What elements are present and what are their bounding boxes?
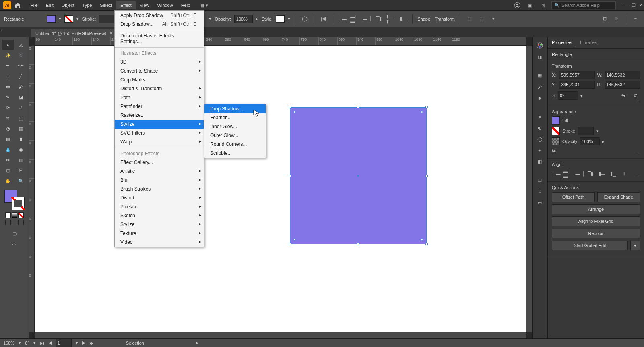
- workspace-switcher-icon[interactable]: ▦ ▾: [200, 1, 208, 10]
- lasso-tool[interactable]: ➰: [15, 50, 27, 60]
- stroke-swatch[interactable]: [64, 15, 73, 23]
- menu-select[interactable]: Select: [96, 1, 116, 9]
- menu-doc-raster[interactable]: Document Raster Effects Settings...: [115, 31, 204, 46]
- menu-apply-last[interactable]: Apply Drop ShadowShift+Ctrl+E: [115, 11, 204, 20]
- selected-rectangle-shape[interactable]: [290, 107, 427, 244]
- y-input[interactable]: [559, 81, 595, 89]
- pixel-snap-icon[interactable]: ⊪: [612, 15, 621, 23]
- rectangle-tool[interactable]: ▭: [2, 82, 14, 91]
- distribute-icon[interactable]: ⫴: [619, 169, 629, 178]
- menu-item-rasterize[interactable]: Rasterize...: [115, 111, 204, 120]
- more-options-icon[interactable]: ⋯: [636, 151, 641, 156]
- brushes-panel-icon[interactable]: 🖌: [534, 82, 545, 91]
- direct-selection-tool[interactable]: △: [15, 40, 27, 50]
- first-artboard-icon[interactable]: ⏮: [40, 341, 44, 345]
- appearance-opacity-swatch[interactable]: [552, 137, 560, 145]
- swatches-panel-icon[interactable]: ▦: [534, 71, 545, 80]
- tab-libraries[interactable]: Libraries: [576, 37, 601, 48]
- fill-stroke-control[interactable]: [4, 190, 25, 210]
- more-options-icon[interactable]: ⋯: [636, 98, 641, 103]
- chevron-right-icon[interactable]: ▸: [256, 16, 258, 21]
- edit-toolbar-icon[interactable]: ⋯: [8, 240, 21, 249]
- fill-swatch[interactable]: [47, 15, 56, 23]
- rotate-value[interactable]: 0°: [25, 341, 29, 345]
- align-vcenter-icon[interactable]: ▮—: [597, 169, 607, 178]
- chevron-down-icon[interactable]: ▾: [76, 16, 79, 21]
- graphic-styles-icon[interactable]: ◧: [534, 157, 545, 166]
- expand-shape-button[interactable]: Expand Shape: [597, 192, 640, 202]
- color-panel-icon[interactable]: [534, 41, 545, 50]
- shape-builder-tool[interactable]: ◔: [2, 124, 14, 133]
- symbols-panel-icon[interactable]: ♣: [534, 93, 545, 103]
- chevron-right-icon[interactable]: ▸: [602, 139, 605, 144]
- chevron-down-icon[interactable]: ▾: [580, 93, 583, 98]
- menu-item-artistic[interactable]: Artistic: [115, 167, 204, 176]
- align-bottom-icon[interactable]: ▮▁: [608, 169, 618, 178]
- menu-item-pathfinder[interactable]: Pathfinder: [115, 102, 204, 111]
- menu-item-svg-filters[interactable]: SVG Filters: [115, 129, 204, 137]
- stroke-color-box[interactable]: [12, 197, 25, 210]
- flip-h-icon[interactable]: ⇋: [618, 91, 628, 100]
- chevron-down-icon[interactable]: ▾: [489, 15, 498, 23]
- chevron-down-icon[interactable]: ▾: [288, 16, 290, 21]
- menu-help[interactable]: Help: [177, 1, 194, 9]
- zoom-level[interactable]: 150%: [3, 341, 14, 345]
- curvature-tool[interactable]: ~✒: [15, 61, 27, 71]
- menu-last-effect[interactable]: Drop Shadow...Alt+Shift+Ctrl+E: [115, 20, 204, 29]
- chevron-down-icon[interactable]: ▾: [630, 241, 640, 250]
- align-h-right-icon[interactable]: ▬▕: [362, 15, 371, 23]
- menu-item-crop-marks[interactable]: Crop Marks: [115, 75, 204, 84]
- menu-item-convert-to-shape[interactable]: Convert to Shape: [115, 66, 204, 75]
- isolate-icon[interactable]: ⬚: [465, 15, 474, 23]
- align-v-top-icon[interactable]: ▔▮: [374, 15, 383, 23]
- panel-menu-icon[interactable]: ≡: [631, 15, 640, 23]
- w-input[interactable]: [605, 71, 640, 79]
- recolor-icon[interactable]: [300, 15, 309, 23]
- artboard-number-input[interactable]: [56, 339, 72, 347]
- slice-tool[interactable]: ✂: [15, 166, 27, 175]
- stroke-panel-icon[interactable]: ≡: [534, 112, 545, 121]
- menu-effect[interactable]: Effect: [116, 1, 136, 9]
- line-tool[interactable]: ╱: [15, 71, 27, 81]
- mesh-tool[interactable]: ▤: [2, 134, 14, 144]
- opacity-input[interactable]: [234, 15, 253, 23]
- gradient-panel-icon[interactable]: ◐: [534, 123, 545, 133]
- selection-tool[interactable]: ▲: [2, 40, 14, 50]
- start-global-edit-button[interactable]: Start Global Edit: [552, 241, 628, 250]
- menu-item-blur[interactable]: Blur: [115, 176, 204, 185]
- graph-tool[interactable]: ▥: [15, 155, 27, 165]
- align-h-left-icon[interactable]: ▏▬: [338, 15, 347, 23]
- appearance-fill-swatch[interactable]: [552, 116, 560, 125]
- offset-path-button[interactable]: Offset Path: [552, 192, 595, 202]
- layers-panel-icon[interactable]: ❏: [534, 175, 545, 185]
- align-left-icon[interactable]: |⯇: [319, 15, 328, 23]
- shape-transform-link[interactable]: Transform: [435, 17, 455, 21]
- scale-tool[interactable]: ⤢: [15, 103, 27, 112]
- align-left-icon[interactable]: ▏▬: [552, 169, 561, 178]
- help-search-input[interactable]: 🔍Search Adobe Help: [551, 1, 616, 9]
- ruler-horizontal[interactable]: 9014019024029034039044049054059064069074…: [35, 37, 526, 46]
- chevron-down-icon[interactable]: ▾: [76, 340, 78, 345]
- prev-artboard-icon[interactable]: ◀: [48, 340, 52, 345]
- close-tab-icon[interactable]: ✕: [109, 31, 113, 36]
- chevron-down-icon[interactable]: ▾: [33, 340, 36, 345]
- asset-export-icon[interactable]: ⤓: [534, 187, 545, 196]
- rotate-tool[interactable]: ⟳: [2, 103, 14, 112]
- chevron-down-icon[interactable]: ▾: [19, 340, 21, 345]
- search-learn-icon[interactable]: ⍰: [539, 1, 547, 10]
- submenu-item-inner-glow[interactable]: Inner Glow...: [204, 122, 266, 131]
- align-h-center-icon[interactable]: ▬|▬: [350, 15, 359, 23]
- free-transform-tool[interactable]: ⬚: [15, 113, 27, 123]
- align-hcenter-icon[interactable]: ▬|▬: [563, 169, 573, 178]
- appearance-opacity-input[interactable]: [580, 137, 600, 145]
- dock-handle-icon[interactable]: «: [1, 28, 3, 32]
- align-v-bottom-icon[interactable]: ▮▁: [398, 15, 407, 23]
- align-right-icon[interactable]: ▬▕: [574, 169, 584, 178]
- chevron-down-icon[interactable]: ▾: [209, 16, 211, 21]
- arrange-docs-icon[interactable]: ▣: [526, 1, 535, 10]
- next-artboard-icon[interactable]: ▶: [82, 340, 85, 345]
- appearance-stroke-input[interactable]: [578, 127, 594, 135]
- edit-similar-icon[interactable]: ⊞: [600, 15, 609, 23]
- screen-mode-tool[interactable]: ▢: [8, 229, 21, 238]
- close-icon[interactable]: ✕: [639, 3, 642, 8]
